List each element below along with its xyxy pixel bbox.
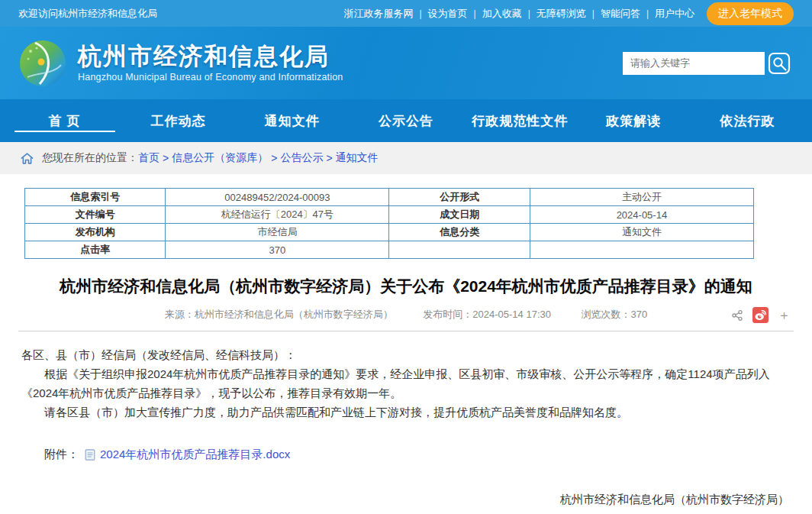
info-label-written-date: 成文日期 [389, 206, 530, 224]
info-label-issuing-agency: 发布机构 [25, 224, 166, 241]
separator: | [474, 8, 476, 19]
document-info-table: 信息索引号 002489452/2024-00093 公开形式 主动公开 文件编… [24, 188, 754, 259]
info-label-index-number: 信息索引号 [25, 189, 166, 206]
attachment-row: 附件： 2024年杭州市优质产品推荐目录.docx [21, 448, 791, 462]
nav-item-public-announcements[interactable]: 公示公告 [349, 99, 462, 142]
search-icon [767, 51, 791, 76]
info-label-empty [389, 241, 530, 259]
separator: | [528, 8, 530, 19]
info-label-click-rate: 点击率 [25, 241, 166, 259]
search-button[interactable] [765, 51, 794, 76]
nav-item-law-based-administration[interactable]: 依法行政 [691, 99, 804, 142]
search-input[interactable] [623, 52, 765, 75]
signature-organization: 杭州市经济和信息化局（杭州市数字经济局） [21, 488, 789, 511]
info-value-document-number: 杭经信运行〔2024〕47号 [166, 206, 389, 224]
separator: | [592, 8, 594, 19]
share-toolbar: ＋ [731, 306, 791, 324]
breadcrumb-item-info-disclosure[interactable]: 信息公开（资源库） [172, 151, 268, 165]
article-container: 信息索引号 002489452/2024-00093 公开形式 主动公开 文件编… [0, 174, 812, 514]
topbar-link-smart-qa[interactable]: 智能问答 [599, 7, 642, 21]
article-meta-bar: 来源：杭州市经济和信息化局（杭州市数字经济局） 发布时间：2024-05-14 … [18, 308, 794, 331]
welcome-text: 欢迎访问杭州市经济和信息化局 [18, 7, 157, 21]
nav-item-administrative-normative-documents[interactable]: 行政规范性文件 [463, 99, 577, 142]
doc-icon [85, 449, 95, 461]
info-value-disclosure-form: 主动公开 [530, 189, 753, 206]
table-row: 点击率 370 [25, 241, 754, 259]
topbar-link-add-favorite[interactable]: 加入收藏 [481, 7, 524, 21]
table-row: 发布机构 市经信局 信息分类 通知文件 [25, 224, 754, 241]
article-view-count: 浏览次数：370 [582, 309, 648, 320]
table-row: 信息索引号 002489452/2024-00093 公开形式 主动公开 [25, 189, 754, 206]
info-value-issuing-agency: 市经信局 [166, 224, 389, 241]
signature-date: 2024年5月13日 [21, 511, 789, 514]
site-logo-icon [18, 39, 67, 88]
page-title: 杭州市经济和信息化局（杭州市数字经济局）关于公布《2024年杭州市优质产品推荐目… [18, 276, 794, 297]
topbar-link-user-center[interactable]: 用户中心 [653, 7, 696, 21]
site-name: 杭州市经济和信息化局 [78, 44, 343, 70]
paragraph-salutation: 各区、县（市）经信局（发改经信局、经信科技局）： [21, 345, 791, 364]
paragraph-closing: 请各区县（市）加大宣传推广力度，助力产品供需匹配和产业链上下游对接，提升优质杭产… [21, 402, 791, 422]
article-publish-time: 发布时间：2024-05-14 17:30 [423, 309, 551, 320]
breadcrumb-prefix: 您现在所在的位置： [42, 151, 138, 165]
signature-block: 杭州市经济和信息化局（杭州市数字经济局） 2024年5月13日 [21, 488, 791, 514]
separator: | [419, 8, 421, 19]
site-name-english: Hangzhou Municipal Bureau of Economy and… [78, 72, 343, 82]
attachment-label: 附件： [44, 448, 79, 462]
elder-mode-button[interactable]: 进入老年模式 [707, 2, 794, 25]
nav-item-notice-documents[interactable]: 通知文件 [235, 99, 349, 142]
info-value-index-number: 002489452/2024-00093 [166, 189, 389, 206]
breadcrumb: 您现在所在的位置： 首页 > 信息公开（资源库） > 公告公示 > 通知文件 [0, 142, 812, 174]
weibo-icon[interactable] [752, 307, 768, 323]
share-icon[interactable] [731, 309, 743, 322]
separator: > [326, 152, 332, 164]
home-icon[interactable] [20, 151, 34, 166]
breadcrumb-item-home[interactable]: 首页 [138, 151, 160, 165]
topbar-link-accessibility[interactable]: 无障碍浏览 [535, 7, 588, 21]
table-row: 文件编号 杭经信运行〔2024〕47号 成文日期 2024-05-14 [25, 206, 754, 224]
article-source: 来源：杭州市经济和信息化局（杭州市数字经济局） [165, 309, 393, 320]
info-label-info-category: 信息分类 [389, 224, 530, 241]
info-label-disclosure-form: 公开形式 [389, 189, 530, 206]
info-value-info-category: 通知文件 [530, 224, 753, 241]
breadcrumb-item-notice-documents[interactable]: 通知文件 [336, 151, 379, 165]
separator: > [271, 152, 277, 164]
search-box [623, 51, 794, 76]
info-value-empty [530, 241, 753, 259]
topbar-link-zhejiang-gov[interactable]: 浙江政务服务网 [342, 7, 414, 21]
topbar-link-set-homepage[interactable]: 设为首页 [427, 7, 469, 21]
nav-item-work-news[interactable]: 工作动态 [121, 99, 235, 142]
breadcrumb-item-announcements[interactable]: 公告公示 [280, 151, 323, 165]
top-utility-bar: 欢迎访问杭州市经济和信息化局 浙江政务服务网 | 设为首页 | 加入收藏 | 无… [0, 0, 812, 27]
plus-icon[interactable]: ＋ [778, 306, 791, 324]
separator: > [163, 152, 169, 164]
info-value-written-date: 2024-05-14 [530, 206, 753, 224]
info-value-click-rate: 370 [166, 241, 389, 259]
info-label-document-number: 文件编号 [25, 206, 166, 224]
nav-item-home[interactable]: 首 页 [8, 99, 121, 142]
main-navigation: 首 页 工作动态 通知文件 公示公告 行政规范性文件 政策解读 依法行政 [0, 99, 812, 142]
article-body: 各区、县（市）经信局（发改经信局、经信科技局）： 根据《关于组织申报2024年杭… [18, 331, 794, 514]
paragraph-main: 根据《关于组织申报2024年杭州市优质产品推荐目录的通知》要求，经企业申报、区县… [21, 364, 791, 402]
attachment-link[interactable]: 2024年杭州市优质产品推荐目录.docx [100, 448, 290, 462]
nav-item-policy-interpretation[interactable]: 政策解读 [577, 99, 691, 142]
separator: | [646, 8, 649, 19]
site-header: 杭州市经济和信息化局 Hangzhou Municipal Bureau of … [0, 27, 812, 99]
